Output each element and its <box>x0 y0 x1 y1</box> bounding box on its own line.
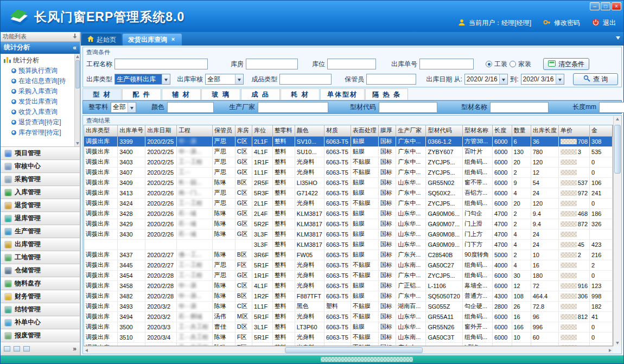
column-header[interactable]: 颜色 <box>295 125 324 136</box>
length-input[interactable] <box>599 102 624 113</box>
column-header[interactable]: 单价 <box>558 125 589 136</box>
manufacturer-input[interactable] <box>258 102 328 113</box>
tree-item[interactable]: 收货入库查询 <box>4 107 80 117</box>
sidebar-module-return-goods-management[interactable]: 退货管理 <box>1 199 80 212</box>
column-header[interactable]: 整零料 <box>272 125 295 136</box>
color-input[interactable] <box>167 102 214 113</box>
column-header[interactable]: 库房 <box>235 125 252 136</box>
order-no-input[interactable] <box>419 59 474 69</box>
sidebar-module-project-management[interactable]: 项目管理 <box>1 147 80 160</box>
minimize-button[interactable]: – <box>590 2 600 10</box>
column-header[interactable]: 出库长度 <box>531 125 558 136</box>
sidebar-module-inventory-count[interactable]: 物料盘存 <box>1 277 80 290</box>
scroll-down-arrow[interactable] <box>616 342 619 344</box>
table-row[interactable]: 调拨出库35112020/3/4工⋯共工程陈琳F区1L2F整料光身料6063-T… <box>84 342 613 346</box>
date-to-picker[interactable]: 2020/ 3/16 <box>521 74 564 85</box>
tree-item[interactable]: 在途信息查询[待 <box>4 76 80 86</box>
product-type-input[interactable] <box>279 74 332 85</box>
table-row[interactable]: 调拨出库34032020/2/25工⋯工程严思G区1R1F整料光身料6063-T… <box>84 157 613 167</box>
radio-home-install[interactable] <box>510 61 516 67</box>
column-header[interactable]: 型材名称 <box>462 125 492 136</box>
scrollbar-thumb[interactable] <box>285 347 423 353</box>
folder-icon[interactable] <box>14 346 20 352</box>
tree-scrollbar[interactable] <box>74 54 80 146</box>
column-header[interactable]: 出库单号 <box>118 125 145 136</box>
table-row[interactable]: 调拨出库33992020/2/25华⋯源严思C区2L1F整料SV10...606… <box>84 136 613 146</box>
table-row[interactable]: 3L3F整料KLM38176063-T5贴膜国标山东华...GA90M09...… <box>84 239 613 250</box>
tab-overflow-arrow-icon[interactable] <box>616 36 620 40</box>
horizontal-scrollbar[interactable] <box>84 346 613 354</box>
whole-piece-select[interactable]: 全部 <box>111 102 136 113</box>
sidebar-module-supplement-center[interactable]: 补单中心 <box>1 316 80 329</box>
column-header[interactable]: 材质 <box>324 125 351 136</box>
table-row[interactable]: 调拨出库34542020/2/28工⋯工程严思G区1R1F整料光身料6063-T… <box>84 270 613 280</box>
scroll-up-arrow[interactable] <box>76 55 79 58</box>
column-header[interactable]: 工程 <box>177 125 213 136</box>
sidebar-module-site-management[interactable]: 工地管理 <box>1 251 80 264</box>
maximize-button[interactable]: □ <box>601 2 610 10</box>
scroll-right-arrow[interactable] <box>609 349 612 352</box>
column-header[interactable]: 生产厂家 <box>396 125 426 136</box>
sidebar-section-stats[interactable]: 统计分析 <box>1 42 80 54</box>
sidebar-module-purchase-management[interactable]: 采购管理 <box>1 173 80 186</box>
scrollbar-thumb[interactable] <box>614 125 621 174</box>
table-row[interactable]: 调拨出库34132020/2/26南⋯门...严思C区5R3F整料G714226… <box>84 188 613 198</box>
table-row[interactable]: 调拨出库35002020/3/3工⋯共工程曹佳D区3L1F整料LT3P60606… <box>84 322 613 332</box>
sidebar-module-scrap-management[interactable]: 报废管理 <box>1 329 80 342</box>
sidebar-module-return-warehouse-management[interactable]: 退库管理 <box>1 212 80 225</box>
table-row[interactable]: 调拨出库34372020/2/27佛⋯工...陈琳B区3R6F整料FW05606… <box>84 250 613 260</box>
logout-link[interactable]: 退出 <box>603 18 616 28</box>
material-tab-auxiliary[interactable]: 辅 材 <box>162 88 201 100</box>
profile-code-input[interactable] <box>379 102 437 113</box>
keeper-input[interactable] <box>366 74 416 85</box>
column-header[interactable]: 表面处理 <box>351 125 378 136</box>
column-header[interactable]: 库位 <box>252 125 273 136</box>
column-header[interactable]: 型材代码 <box>426 125 463 136</box>
tree-item[interactable]: 退货查询[待定] <box>4 117 80 127</box>
column-header[interactable]: 长度 <box>492 125 512 136</box>
material-tab-glass[interactable]: 玻 璃 <box>201 88 240 100</box>
tab-start-page[interactable]: 起始页 <box>82 34 122 46</box>
table-row[interactable]: 调拨出库34092020/2/25长⋯园...陈琳B区2R5F整料LI35HO6… <box>84 177 613 188</box>
material-tab-profile[interactable]: 型 材 <box>82 88 122 100</box>
monitor-icon[interactable] <box>4 346 10 352</box>
change-password-link[interactable]: 修改密码 <box>554 18 580 28</box>
scroll-down-arrow[interactable] <box>76 142 79 145</box>
project-name-input[interactable] <box>114 59 208 69</box>
column-header[interactable]: 出库日期 <box>145 125 177 136</box>
outbound-type-select[interactable]: 生产领料出库 <box>114 74 170 85</box>
close-button[interactable]: × <box>612 2 621 10</box>
material-tab-finished-product[interactable]: 成 品 <box>241 88 280 100</box>
location-input[interactable] <box>327 59 376 69</box>
material-tab-accessories[interactable]: 配 件 <box>122 88 161 100</box>
scroll-left-arrow[interactable] <box>85 349 88 352</box>
warehouse-input[interactable] <box>246 59 298 69</box>
table-row[interactable]: 调拨出库34002020/2/25华⋯源...严思C区4L1F整料SU10...… <box>84 146 613 157</box>
table-row[interactable]: 调拨出库34822020/2/28华⋯源...陈琳B区1R2F整料F887TFT… <box>84 291 613 301</box>
sidebar-module-warehouse-management[interactable]: 仓储管理 <box>1 264 80 277</box>
column-header[interactable]: 保管员 <box>212 125 235 136</box>
audit-select[interactable]: 全部 <box>205 74 244 85</box>
table-row[interactable]: 调拨出库35102020/3/4工⋯共工程陈琳F区5R1F整料光身料6063-T… <box>84 332 613 342</box>
scroll-up-arrow[interactable] <box>616 118 619 120</box>
profile-name-input[interactable] <box>490 102 549 113</box>
column-header[interactable]: 膜厚 <box>378 125 396 136</box>
collapse-icon[interactable] <box>73 44 77 52</box>
clear-conditions-button[interactable]: 清空条件 <box>543 58 589 70</box>
radio-work-install[interactable] <box>486 61 492 67</box>
table-row[interactable]: 调拨出库34932020/3/2华⋯源陈琳C区1L1F整料黑色塑料不贴膜国标湖南… <box>84 301 613 311</box>
sidebar-module-finance-management[interactable]: 财务管理 <box>1 290 80 303</box>
date-from-picker[interactable]: 2020/ 2/16 <box>464 74 508 85</box>
column-header[interactable]: 金 <box>590 125 613 136</box>
tree-item[interactable]: 库存管理[待定] <box>4 127 80 138</box>
tree-item[interactable]: 预算执行查询 <box>4 66 80 76</box>
search-button[interactable]: 查 询 <box>573 73 618 85</box>
tab-close-icon[interactable] <box>170 36 176 43</box>
table-row[interactable]: 调拨出库34302020/2/26石⋯城陈琳G区3L3F整料KLM3817606… <box>84 229 613 239</box>
tree-root[interactable]: 统计分析 <box>4 55 80 66</box>
column-header[interactable]: 数量 <box>512 125 531 136</box>
chart-icon[interactable] <box>23 346 30 352</box>
tree-item[interactable]: 采购入库查询 <box>4 86 80 97</box>
column-header[interactable]: 出库类型 <box>84 125 118 136</box>
table-row[interactable]: 调拨出库34452020/2/27工⋯工程严思F区5R1F整料光身料6063-T… <box>84 260 613 270</box>
